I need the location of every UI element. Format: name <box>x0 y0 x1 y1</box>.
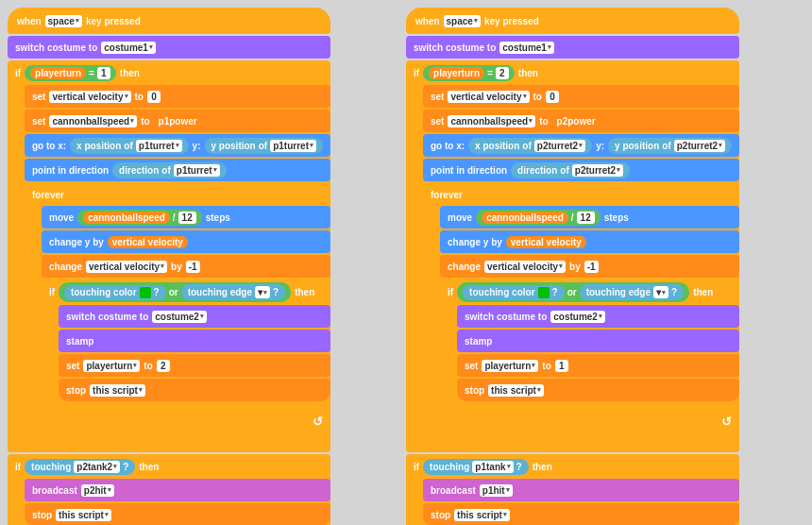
left-if-1-condition: playerturn = 1 <box>25 65 116 81</box>
right-stop-2[interactable]: stop this script <box>423 503 739 525</box>
right-edge-dd[interactable]: ▾ <box>653 286 668 298</box>
right-if3-var-dd[interactable]: p1tank <box>472 461 513 473</box>
right-steps: steps <box>604 212 629 223</box>
right-if-1-val[interactable]: 2 <box>496 67 509 79</box>
right-changevel[interactable]: change vertical velocity by -1 <box>440 255 739 278</box>
left-hat-key-dropdown[interactable]: space <box>45 15 82 27</box>
left-bc-dd[interactable]: p2hit <box>81 484 114 497</box>
left-hat-suffix: key pressed <box>86 16 141 26</box>
left-vel-val[interactable]: 0 <box>147 91 161 103</box>
left-set-vert-vel[interactable]: set vertical velocity to 0 <box>25 85 330 108</box>
left-move[interactable]: move cannonballspeed / 12 steps <box>42 206 330 229</box>
right-changey[interactable]: change y by vertical velocity <box>440 230 739 253</box>
right-vert-pill: vertical velocity <box>506 236 586 248</box>
right-vel-val[interactable]: 0 <box>546 91 559 103</box>
left-set-cbs[interactable]: set cannonballspeed to p1power <box>25 110 330 132</box>
left-chvel-val[interactable]: -1 <box>186 261 200 273</box>
right-goto[interactable]: go to x: x position of p2turret2 y: y po… <box>423 134 739 157</box>
left-move-op: cannonballspeed / 12 <box>77 210 202 226</box>
left-if-3-header[interactable]: if touching p2tank2 ? then <box>8 454 330 479</box>
left-pt-val[interactable]: 2 <box>157 360 170 372</box>
right-stamp[interactable]: stamp <box>457 330 739 352</box>
left-point[interactable]: point in direction direction of p1turret <box>25 159 330 181</box>
left-to-2: to <box>141 116 149 127</box>
right-dir-dd[interactable]: p2turret2 <box>572 164 623 177</box>
left-if-1-header[interactable]: if playerturn = 1 then <box>8 60 330 85</box>
left-stop2-dd[interactable]: this script <box>56 509 111 521</box>
left-set-pt[interactable]: set playerturn to 2 <box>59 354 330 377</box>
left-vert-vel-dd[interactable]: vertical velocity <box>49 91 130 103</box>
left-switch-costume-2[interactable]: switch costume to costume2 <box>59 305 330 328</box>
right-vert-vel-dd[interactable]: vertical velocity <box>448 91 529 103</box>
right-costume2-dd[interactable]: costume2 <box>550 311 605 323</box>
left-stop-2[interactable]: stop this script <box>25 503 330 525</box>
left-goto[interactable]: go to x: x position of p1turret y: y pos… <box>25 134 330 157</box>
right-chvel-val[interactable]: -1 <box>584 261 599 273</box>
left-y-var-dd[interactable]: p1turret <box>270 140 316 152</box>
right-touching-edge: touching edge ▾ ? <box>580 284 684 300</box>
left-dir-dd[interactable]: p1turret <box>174 164 220 177</box>
left-forever-arrow: ↺ <box>313 415 323 429</box>
right-pt-dd[interactable]: playerturn <box>482 360 538 372</box>
left-y-label: y: <box>193 141 201 151</box>
left-q2: ? <box>273 287 279 297</box>
right-hat-block[interactable]: when space key pressed <box>406 8 739 34</box>
left-hat-block[interactable]: when space key pressed <box>8 8 330 34</box>
right-set-cbs[interactable]: set cannonballspeed to p2power <box>423 110 739 132</box>
left-ypos-label: y position <box>211 141 256 151</box>
right-switch-costume-2[interactable]: switch costume to costume2 <box>457 305 739 328</box>
right-move-val[interactable]: 12 <box>577 212 595 224</box>
left-stamp[interactable]: stamp <box>59 330 330 352</box>
right-pt-val[interactable]: 1 <box>555 360 568 372</box>
right-costume1-dropdown[interactable]: costume1 <box>499 42 554 54</box>
left-forever-header[interactable]: forever <box>25 183 330 206</box>
left-dir-label: direction <box>119 165 159 176</box>
right-bc-dd[interactable]: p1hit <box>480 484 513 497</box>
right-point[interactable]: point in direction direction of p2turret… <box>423 159 739 181</box>
right-xof: of <box>522 141 531 151</box>
right-if-2-body: switch costume to costume2 stamp set pla… <box>457 305 739 401</box>
left-if-2-header[interactable]: if touching color ? or touching edge <box>42 279 330 305</box>
right-move[interactable]: move cannonballspeed / 12 steps <box>440 206 739 229</box>
left-stop-1[interactable]: stop this script <box>59 379 330 401</box>
right-switch-costume-1[interactable]: switch costume to costume1 <box>406 36 739 59</box>
right-stop1-dd[interactable]: this script <box>488 384 544 397</box>
left-cbs-dd[interactable]: cannonballspeed <box>49 115 137 127</box>
left-changey[interactable]: change y by vertical velocity <box>42 230 330 253</box>
right-hat-key-dropdown[interactable]: space <box>444 15 481 27</box>
right-color-swatch[interactable] <box>538 287 550 298</box>
right-forever-header[interactable]: forever <box>423 183 739 206</box>
right-stop2-dd[interactable]: this script <box>454 509 510 521</box>
right-if-3: if touching p1tank ? then broadcast p1hi… <box>406 454 739 525</box>
right-cbs-dd[interactable]: cannonballspeed <box>448 115 535 127</box>
right-stop-1[interactable]: stop this script <box>457 379 739 401</box>
right-script: when space key pressed switch costume to… <box>406 8 739 525</box>
left-color-swatch[interactable] <box>140 287 151 298</box>
left-if-2: if touching color ? or touching edge <box>42 279 330 413</box>
left-if3-var-dd[interactable]: p2tank2 <box>74 461 120 473</box>
left-broadcast[interactable]: broadcast p2hit <box>25 479 330 501</box>
right-x-var-dd[interactable]: p2turret2 <box>534 140 585 152</box>
right-chvel-by: by <box>569 262 581 272</box>
right-if-3-header[interactable]: if touching p1tank ? then <box>406 454 739 479</box>
right-y-var-dd[interactable]: p2turret2 <box>674 140 725 152</box>
left-stop1-dd[interactable]: this script <box>90 384 145 397</box>
right-set-vert-vel[interactable]: set vertical velocity to 0 <box>423 85 739 108</box>
right-q2: ? <box>671 287 677 297</box>
left-costume2-dd[interactable]: costume2 <box>152 311 207 323</box>
right-if-1-header[interactable]: if playerturn = 2 then <box>406 60 739 85</box>
left-switch-costume-1[interactable]: switch costume to costume1 <box>8 36 330 59</box>
left-changevel[interactable]: change vertical velocity by -1 <box>42 255 330 278</box>
left-pt-dd[interactable]: playerturn <box>83 360 140 372</box>
left-move-val[interactable]: 12 <box>178 212 196 224</box>
left-costume1-dropdown[interactable]: costume1 <box>101 42 156 54</box>
right-set-pt[interactable]: set playerturn to 1 <box>457 354 739 377</box>
left-chvel-dd[interactable]: vertical velocity <box>86 261 167 273</box>
right-chvel-dd[interactable]: vertical velocity <box>484 261 566 273</box>
left-if-1-val[interactable]: 1 <box>97 67 110 79</box>
right-x-sense: x position of p2turret2 <box>468 138 592 154</box>
right-if-2-header[interactable]: if touching color ? or touching edge <box>440 279 739 305</box>
right-broadcast[interactable]: broadcast p1hit <box>423 479 739 501</box>
left-x-var-dd[interactable]: p1turret <box>136 140 182 152</box>
left-edge-dd[interactable]: ▾ <box>255 286 270 298</box>
